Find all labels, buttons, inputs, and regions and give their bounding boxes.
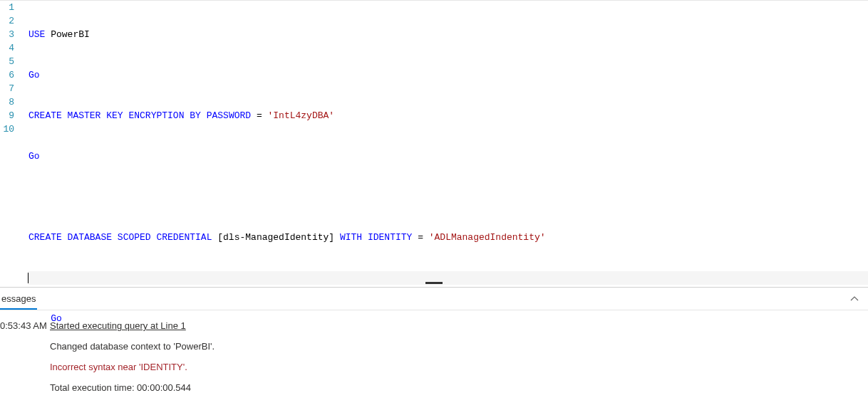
line-number: 8 — [0, 95, 14, 109]
code-line[interactable]: Go — [29, 149, 868, 163]
code-line[interactable]: CREATE DATABASE SCOPED CREDENTIAL [dls-M… — [29, 231, 868, 244]
line-number: 10 — [0, 122, 14, 136]
line-number: 4 — [0, 41, 14, 55]
code-line[interactable]: USE PowerBI — [29, 28, 868, 41]
line-number: 9 — [0, 109, 14, 122]
line-number: 7 — [0, 82, 14, 95]
code-line[interactable] — [29, 190, 868, 204]
code-line[interactable] — [29, 393, 868, 406]
code-editor[interactable]: 1 2 3 4 5 6 7 8 9 10 USE PowerBI Go CREA… — [0, 0, 868, 283]
code-line[interactable]: Go — [29, 68, 868, 82]
line-number: 2 — [0, 14, 14, 28]
code-line[interactable]: Go — [29, 312, 868, 325]
line-number: 1 — [0, 1, 14, 14]
resize-grip-icon — [425, 282, 443, 284]
code-line[interactable]: CREATE MASTER KEY ENCRYPTION BY PASSWORD… — [29, 109, 868, 122]
panel-resize-handle[interactable] — [0, 283, 868, 288]
code-content[interactable]: USE PowerBI Go CREATE MASTER KEY ENCRYPT… — [20, 1, 868, 283]
text-cursor — [28, 273, 29, 283]
code-line[interactable] — [29, 352, 868, 366]
line-number: 6 — [0, 68, 14, 82]
line-number-gutter: 1 2 3 4 5 6 7 8 9 10 — [0, 1, 20, 283]
line-number: 3 — [0, 28, 14, 41]
line-number: 5 — [0, 55, 14, 68]
